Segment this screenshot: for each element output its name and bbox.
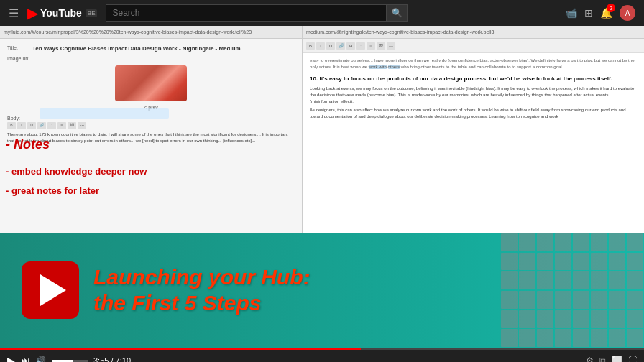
- right-toolbar-link[interactable]: 🔗: [336, 42, 345, 50]
- time-total: 7:10: [116, 356, 131, 362]
- settings-icon[interactable]: ⚙: [586, 356, 594, 362]
- pattern-grid: [500, 233, 644, 348]
- youtube-logo-icon: ▶: [27, 4, 38, 22]
- doc-title-label: Title:: [7, 45, 29, 52]
- youtube-logo-text: YouTube: [40, 7, 82, 19]
- doc-prev-button[interactable]: < prev: [7, 104, 295, 111]
- time-current: 3:55: [93, 356, 109, 362]
- highlight-others: others: [388, 65, 400, 69]
- section-10-header: 10. It's easy to focus on the products o…: [310, 75, 637, 83]
- right-toolbar-u[interactable]: U: [326, 42, 335, 50]
- doc-left-content: Title: Ten Ways Cognitive Biases Impact …: [0, 39, 302, 150]
- volume-icon[interactable]: 🔊: [35, 356, 46, 362]
- youtube-logo[interactable]: ▶ YouTube BE: [27, 4, 97, 22]
- notification-count: 2: [607, 4, 615, 12]
- volume-slider[interactable]: [52, 360, 88, 362]
- toolbar-list[interactable]: ≡: [58, 122, 66, 129]
- thumbnail-text: Launching your Hub: the First 5 Steps: [93, 264, 310, 316]
- volume-fill: [52, 360, 73, 362]
- doc-right-content: easy to overestimate ourselves... have m…: [303, 53, 644, 124]
- right-toolbar-list[interactable]: ≡: [367, 42, 375, 50]
- user-avatar[interactable]: A: [620, 5, 635, 21]
- annotation-line-1: - embed knowledge deeper now: [6, 166, 147, 177]
- doc-body-text: There are about 175 known cognitive bias…: [7, 131, 295, 144]
- progress-bar-container[interactable]: [0, 348, 644, 350]
- doc-image-placeholder: [115, 65, 187, 101]
- time-display: 3:55 / 7:10: [93, 356, 131, 362]
- doc-body-label: Body:: [7, 115, 29, 122]
- toolbar-link[interactable]: 🔗: [37, 122, 46, 129]
- grid-icon[interactable]: ⊞: [584, 7, 593, 19]
- toolbar-underline[interactable]: U: [27, 122, 36, 129]
- annotation-line-2: - great notes for later: [6, 185, 99, 196]
- right-toolbar-h[interactable]: H: [346, 42, 355, 50]
- play-triangle-icon: [40, 274, 66, 306]
- toolbar-image[interactable]: 🖼: [68, 122, 76, 129]
- thumbnail-line2: the First 5 Steps: [93, 290, 310, 316]
- toolbar-italic[interactable]: I: [17, 122, 26, 129]
- right-toolbar-i[interactable]: I: [316, 42, 325, 50]
- doc-left-url-bar: myfluid.com/#/course/minpropal/3%20%20%2…: [0, 26, 302, 39]
- doc-image-label: Image url:: [7, 55, 29, 62]
- doc-right-url-text: medium.com/@nightingale/ten-ways-cogniti…: [306, 29, 494, 34]
- theater-icon[interactable]: ⬜: [612, 356, 622, 362]
- miniplayer-icon[interactable]: ⧉: [599, 356, 606, 362]
- progress-bar-fill: [0, 348, 361, 350]
- highlight-work-with: work with: [369, 65, 387, 69]
- bottom-bar: ▶ ⏭ 🔊 3:55 / 7:10 ⚙ ⧉ ⬜ ⛶: [0, 348, 644, 362]
- skip-forward-button[interactable]: ⏭: [21, 356, 29, 362]
- search-button[interactable]: 🔍: [386, 4, 408, 22]
- doc-right-toolbar: B I U 🔗 H " ≡ 🖼 ⋯: [303, 39, 644, 53]
- play-button-large[interactable]: [22, 261, 79, 319]
- right-toolbar-quote[interactable]: ": [356, 42, 365, 50]
- video-thumbnail[interactable]: Launching your Hub: the First 5 Steps: [0, 233, 644, 348]
- doc-left-url-text: myfluid.com/#/course/minpropal/3%20%20%2…: [4, 29, 252, 34]
- search-container: 🔍: [106, 4, 408, 22]
- doc-toolbar: B I U 🔗 " ≡ 🖼 ⋯: [7, 122, 295, 129]
- ctrl-right: ⚙ ⧉ ⬜ ⛶: [586, 356, 637, 362]
- hamburger-icon[interactable]: ☰: [9, 6, 19, 20]
- play-pause-button[interactable]: ▶: [7, 355, 15, 362]
- doc-title-value: Ten Ways Cognitive Biases Impact Data De…: [32, 45, 241, 52]
- top-bar-right: 📹 ⊞ 🔔 2 A: [565, 5, 635, 21]
- toolbar-quote[interactable]: ": [47, 122, 56, 129]
- video-area: myfluid.com/#/course/minpropal/3%20%20%2…: [0, 26, 644, 348]
- notification-bell[interactable]: 🔔 2: [600, 6, 612, 19]
- top-bar: ☰ ▶ YouTube BE 🔍 📹 ⊞ 🔔 2 A: [0, 0, 644, 26]
- youtube-logo-badge: BE: [86, 9, 98, 17]
- right-toolbar-more[interactable]: ⋯: [387, 42, 395, 50]
- right-toolbar-img[interactable]: 🖼: [377, 42, 385, 50]
- thumbnail-pattern: [500, 233, 644, 348]
- toolbar-more[interactable]: ⋯: [78, 122, 86, 129]
- fullscreen-icon[interactable]: ⛶: [628, 356, 637, 362]
- section-10-text1: Looking back at events, we may focus on …: [310, 85, 637, 105]
- toolbar-bold[interactable]: B: [7, 122, 16, 129]
- section-10-text2: As designers, this can also affect how w…: [310, 107, 637, 120]
- doc-right-url-bar: medium.com/@nightingale/ten-ways-cogniti…: [303, 26, 644, 39]
- camera-icon[interactable]: 📹: [565, 7, 577, 19]
- search-input[interactable]: [106, 4, 386, 22]
- thumbnail-line1: Launching your Hub:: [93, 264, 310, 290]
- right-toolbar-b[interactable]: B: [306, 42, 315, 50]
